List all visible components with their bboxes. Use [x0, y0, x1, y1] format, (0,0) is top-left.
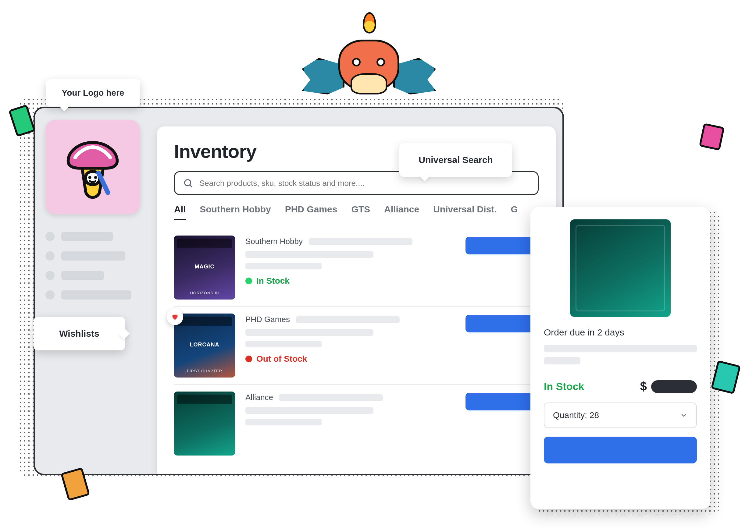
brand-logo-icon [58, 132, 128, 202]
price-row: In Stock $ [544, 380, 697, 393]
svg-point-2 [94, 176, 97, 179]
tab-gts[interactable]: GTS [351, 204, 370, 220]
chevron-down-icon [680, 411, 688, 419]
stock-status: In Stock [245, 276, 455, 286]
svg-point-1 [88, 176, 91, 179]
brand-logo-tile[interactable] [45, 120, 140, 214]
mascot-dragon [305, 12, 433, 104]
distributor-name: PHD Games [245, 315, 290, 324]
currency-symbol: $ [640, 380, 647, 393]
distributor-tabs: All Southern Hobby PHD Games GTS Allianc… [174, 204, 539, 220]
stock-status: Out of Stock [245, 354, 455, 364]
favorite-badge[interactable] [167, 309, 183, 325]
product-detail-card: Order due in 2 days In Stock $ Quantity:… [530, 207, 710, 509]
distributor-name: Southern Hobby [245, 237, 303, 246]
search-input[interactable] [199, 178, 530, 188]
sidebar-item[interactable] [45, 290, 144, 300]
hint-wishlists-text: Wishlists [59, 329, 99, 339]
detail-primary-button[interactable] [544, 437, 697, 464]
tab-phd-games[interactable]: PHD Games [285, 204, 338, 220]
sidebar-item[interactable] [45, 271, 144, 280]
hint-wishlists: Wishlists [34, 317, 125, 350]
svg-line-4 [190, 185, 192, 187]
thumb-subtitle: HORIZONS III [174, 291, 235, 295]
product-thumb: LORCANA FIRST CHAPTER [174, 313, 235, 378]
product-row[interactable]: MAGIC HORIZONS III Southern Hobby In Sto… [174, 229, 539, 306]
row-action-button[interactable] [466, 315, 539, 332]
tab-more[interactable]: G [511, 204, 518, 220]
sidebar-nav [45, 232, 144, 300]
product-row[interactable]: LORCANA FIRST CHAPTER PHD Games Out of S… [174, 306, 539, 384]
hint-universal-search: Universal Search [399, 143, 512, 177]
hint-universal-search-text: Universal Search [418, 155, 493, 165]
quantity-select[interactable]: Quantity: 28 [544, 403, 697, 428]
sidebar-item[interactable] [45, 232, 144, 241]
sticker-pink [699, 123, 725, 151]
tab-southern-hobby[interactable]: Southern Hobby [200, 204, 271, 220]
sidebar [35, 108, 154, 474]
detail-product-image [570, 219, 671, 317]
tab-universal-dist[interactable]: Universal Dist. [433, 204, 497, 220]
row-action-button[interactable] [466, 393, 539, 411]
product-thumb: MAGIC HORIZONS III [174, 235, 235, 300]
tab-all[interactable]: All [174, 204, 186, 220]
product-list: MAGIC HORIZONS III Southern Hobby In Sto… [174, 229, 539, 462]
detail-price: $ [640, 380, 697, 393]
tab-alliance[interactable]: Alliance [384, 204, 419, 220]
heart-icon [171, 313, 179, 321]
quantity-label: Quantity: 28 [553, 411, 599, 420]
main-panel: Inventory All Southern Hobby PHD Games G… [157, 126, 556, 474]
product-thumb [174, 391, 235, 456]
product-meta: PHD Games Out of Stock [245, 313, 455, 378]
thumb-title: LORCANA [174, 342, 235, 348]
order-due-text: Order due in 2 days [544, 327, 697, 338]
hint-your-logo: Your Logo here [46, 79, 140, 107]
distributor-name: Alliance [245, 393, 273, 402]
detail-stock-status: In Stock [544, 381, 584, 392]
hint-your-logo-text: Your Logo here [62, 88, 124, 98]
thumb-title: MAGIC [174, 264, 235, 270]
product-row[interactable]: Alliance [174, 384, 539, 462]
row-action-button[interactable] [466, 237, 539, 254]
price-value-placeholder [651, 380, 697, 393]
thumb-subtitle: FIRST CHAPTER [174, 369, 235, 373]
product-meta: Southern Hobby In Stock [245, 235, 455, 300]
search-icon [183, 178, 193, 188]
sidebar-item[interactable] [45, 252, 144, 260]
product-meta: Alliance [245, 391, 455, 456]
